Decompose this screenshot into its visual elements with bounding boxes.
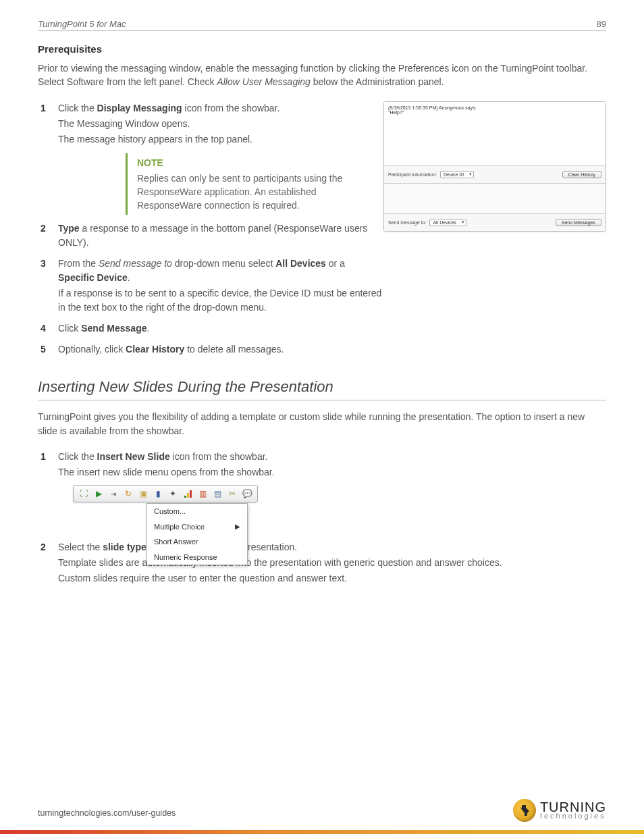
refresh-icon[interactable]: ↻ (124, 489, 133, 498)
s2-step-2-sub1: Template slides are automatically insert… (58, 556, 606, 570)
step-4: 4 Click Send Message. (58, 321, 606, 336)
step-1-sub1: The Messaging Window opens. (58, 117, 606, 131)
menu-item-custom[interactable]: Custom... (147, 504, 247, 519)
bottom-stripe (0, 830, 644, 834)
footer-url: turningtechnologies.com/user-guides (38, 808, 176, 818)
expand-icon[interactable]: ⛶ (79, 489, 88, 498)
participant-icon[interactable]: ✦ (168, 489, 178, 498)
s2-step-2: 2 Select the slide type to be inserted i… (58, 540, 606, 585)
step-3: 3 From the Send message to drop-down men… (58, 257, 382, 315)
s2-step-2-sub2: Custom slides require the user to enter … (58, 571, 606, 585)
showbar: ⛶ ▶ ⇥ ↻ ▣ ▮ ✦ ▥ ▤ ✂ 💬 Custom... (73, 485, 258, 502)
menu-item-multiple-choice[interactable]: Multiple Choice▶ (147, 519, 247, 535)
send-to-select[interactable]: All Devices (429, 219, 466, 226)
page-number: 89 (597, 19, 606, 29)
prerequisites-intro: Prior to viewing the messaging window, e… (38, 61, 606, 89)
send-to-label: Send message to: (388, 220, 426, 225)
insert-slide-menu: Custom... Multiple Choice▶ Short Answer … (146, 503, 248, 565)
logo-line2: technologies (540, 813, 606, 820)
toggle-icon[interactable]: ⇥ (109, 489, 118, 498)
page-header: TurningPoint 5 for Mac 89 (38, 19, 606, 31)
section-title: Inserting New Slides During the Presenta… (38, 378, 606, 400)
doc-title: TurningPoint 5 for Mac (38, 19, 126, 29)
logo: TURNING technologies (513, 799, 606, 822)
section2-intro: TurningPoint gives you the flexibility o… (38, 410, 606, 438)
note-block: NOTE Replies can only be sent to partici… (126, 153, 355, 215)
step-1: 1 Click the Display Messaging icon from … (58, 101, 606, 215)
list-icon[interactable]: ▤ (213, 489, 222, 498)
note-title: NOTE (137, 156, 355, 170)
step-3-sub: If a response is to be sent to a specifi… (58, 286, 382, 315)
tools-icon[interactable]: ✂ (227, 489, 237, 498)
step-5: 5 Optionally, click Clear History to del… (58, 342, 606, 357)
step-1-sub2: The message history appears in the top p… (58, 132, 606, 147)
submenu-arrow-icon: ▶ (235, 521, 240, 531)
logo-text: TURNING technologies (540, 801, 606, 820)
note-body: Replies can only be sent to participants… (137, 172, 355, 213)
s2-step-1-sub: The insert new slide menu opens from the… (58, 465, 606, 479)
chart-icon[interactable]: ▥ (198, 489, 207, 498)
responses-icon[interactable]: ▣ (138, 489, 148, 498)
showbar-figure: ⛶ ▶ ⇥ ↻ ▣ ▮ ✦ ▥ ▤ ✂ 💬 Custom... (73, 485, 606, 502)
insert-slide-icon[interactable]: ▮ (153, 489, 163, 498)
menu-item-numeric-response[interactable]: Numeric Response (147, 550, 247, 565)
step-2: 2 Type a response to a message in the bo… (58, 221, 382, 250)
send-messages-button[interactable]: Send Messages (556, 219, 601, 226)
logo-mark-icon (513, 799, 536, 822)
steps-list-2: 1 Click the Insert New Slide icon from t… (38, 450, 606, 585)
prerequisites-heading: Prerequisites (38, 43, 606, 55)
data-icon[interactable] (183, 489, 192, 498)
send-row: Send message to: All Devices Send Messag… (384, 214, 606, 231)
menu-item-short-answer[interactable]: Short Answer (147, 534, 247, 550)
s2-step-1: 1 Click the Insert New Slide icon from t… (58, 450, 606, 502)
messaging-icon[interactable]: 💬 (242, 489, 252, 498)
play-icon[interactable]: ▶ (94, 489, 103, 498)
